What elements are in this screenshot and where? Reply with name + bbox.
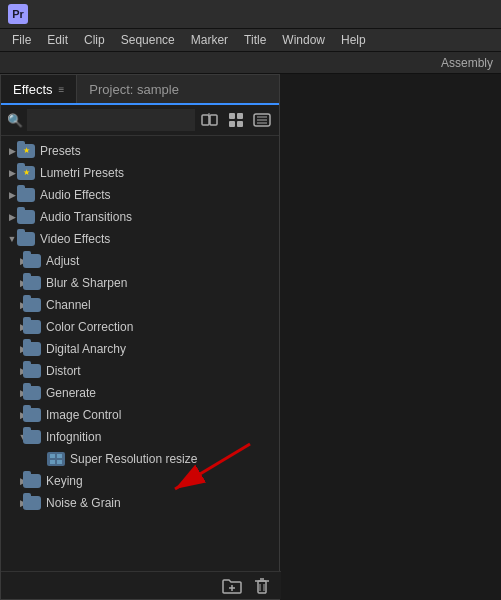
expand-arrow-presets[interactable]: ▶ xyxy=(1,146,17,156)
tree-item-audio-effects[interactable]: ▶Audio Effects xyxy=(1,184,279,206)
tree-item-keying[interactable]: ▶Keying xyxy=(1,470,279,492)
tree-list: ▶★Presets▶★Lumetri Presets▶Audio Effects… xyxy=(1,136,279,599)
effects-panel: Effects ≡ Project: sample 🔍 xyxy=(0,74,280,600)
grid-icon[interactable] xyxy=(225,109,247,131)
item-label-digital-anarchy: Digital Anarchy xyxy=(46,342,126,356)
menu-item-marker[interactable]: Marker xyxy=(183,31,236,49)
item-label-audio-transitions: Audio Transitions xyxy=(40,210,132,224)
tree-item-generate[interactable]: ▶Generate xyxy=(1,382,279,404)
item-label-presets: Presets xyxy=(40,144,81,158)
expand-arrow-blur-sharpen[interactable]: ▶ xyxy=(1,278,23,288)
settings-icon[interactable] xyxy=(251,109,273,131)
expand-arrow-adjust[interactable]: ▶ xyxy=(1,256,23,266)
item-label-adjust: Adjust xyxy=(46,254,79,268)
svg-rect-0 xyxy=(202,115,209,125)
menu-bar: FileEditClipSequenceMarkerTitleWindowHel… xyxy=(0,28,501,52)
tree-item-lumetri-presets[interactable]: ▶★Lumetri Presets xyxy=(1,162,279,184)
search-icon: 🔍 xyxy=(7,113,23,128)
folder-icon-generate xyxy=(23,386,41,400)
expand-arrow-keying[interactable]: ▶ xyxy=(1,476,23,486)
folder-icon-audio-effects xyxy=(17,188,35,202)
item-label-lumetri-presets: Lumetri Presets xyxy=(40,166,124,180)
item-label-distort: Distort xyxy=(46,364,81,378)
menu-item-edit[interactable]: Edit xyxy=(39,31,76,49)
svg-rect-5 xyxy=(229,121,235,127)
tree-item-presets[interactable]: ▶★Presets xyxy=(1,140,279,162)
menu-item-clip[interactable]: Clip xyxy=(76,31,113,49)
tree-item-video-effects[interactable]: ▼Video Effects xyxy=(1,228,279,250)
menu-item-window[interactable]: Window xyxy=(274,31,333,49)
tree-item-channel[interactable]: ▶Channel xyxy=(1,294,279,316)
tab-menu-icon[interactable]: ≡ xyxy=(59,84,65,95)
expand-arrow-digital-anarchy[interactable]: ▶ xyxy=(1,344,23,354)
expand-arrow-color-correction[interactable]: ▶ xyxy=(1,322,23,332)
expand-arrow-image-control[interactable]: ▶ xyxy=(1,410,23,420)
folder-icon-digital-anarchy xyxy=(23,342,41,356)
tree-item-blur-sharpen[interactable]: ▶Blur & Sharpen xyxy=(1,272,279,294)
svg-rect-6 xyxy=(237,121,243,127)
item-label-noise-grain: Noise & Grain xyxy=(46,496,121,510)
tree-item-color-correction[interactable]: ▶Color Correction xyxy=(1,316,279,338)
item-label-audio-effects: Audio Effects xyxy=(40,188,111,202)
search-bar: 🔍 xyxy=(1,105,279,136)
svg-rect-18 xyxy=(258,581,266,593)
expand-arrow-lumetri-presets[interactable]: ▶ xyxy=(1,168,17,178)
svg-rect-11 xyxy=(50,454,55,458)
folder-icon-blur-sharpen xyxy=(23,276,41,290)
svg-rect-12 xyxy=(57,454,62,458)
tab-effects[interactable]: Effects ≡ xyxy=(1,75,77,103)
menu-item-file[interactable]: File xyxy=(4,31,39,49)
title-bar: Pr xyxy=(0,0,501,28)
expand-arrow-generate[interactable]: ▶ xyxy=(1,388,23,398)
search-input[interactable] xyxy=(27,109,195,131)
tree-item-image-control[interactable]: ▶Image Control xyxy=(1,404,279,426)
svg-rect-1 xyxy=(210,115,217,125)
svg-rect-13 xyxy=(50,460,55,464)
new-bin-icon[interactable] xyxy=(199,109,221,131)
menu-item-title[interactable]: Title xyxy=(236,31,274,49)
expand-arrow-distort[interactable]: ▶ xyxy=(1,366,23,376)
item-label-channel: Channel xyxy=(46,298,91,312)
folder-icon-audio-transitions xyxy=(17,210,35,224)
item-label-color-correction: Color Correction xyxy=(46,320,133,334)
tree-item-adjust[interactable]: ▶Adjust xyxy=(1,250,279,272)
workspace-label: Assembly xyxy=(0,52,501,74)
item-label-blur-sharpen: Blur & Sharpen xyxy=(46,276,127,290)
expand-arrow-infognition[interactable]: ▼ xyxy=(1,432,23,442)
expand-arrow-channel[interactable]: ▶ xyxy=(1,300,23,310)
folder-icon-video-effects xyxy=(17,232,35,246)
item-label-image-control: Image Control xyxy=(46,408,121,422)
svg-rect-14 xyxy=(57,460,62,464)
expand-arrow-noise-grain[interactable]: ▶ xyxy=(1,498,23,508)
expand-arrow-audio-transitions[interactable]: ▶ xyxy=(1,212,17,222)
item-label-video-effects: Video Effects xyxy=(40,232,110,246)
tab-project-label: Project: sample xyxy=(89,82,179,97)
folder-icon-distort xyxy=(23,364,41,378)
menu-item-sequence[interactable]: Sequence xyxy=(113,31,183,49)
expand-arrow-audio-effects[interactable]: ▶ xyxy=(1,190,17,200)
menu-item-help[interactable]: Help xyxy=(333,31,374,49)
new-folder-icon[interactable] xyxy=(221,575,243,597)
item-label-generate: Generate xyxy=(46,386,96,400)
expand-arrow-video-effects[interactable]: ▼ xyxy=(1,234,17,244)
folder-star-icon-presets: ★ xyxy=(17,144,35,158)
folder-star-icon-lumetri-presets: ★ xyxy=(17,166,35,180)
item-label-super-resolution: Super Resolution resize xyxy=(70,452,197,466)
tree-item-audio-transitions[interactable]: ▶Audio Transitions xyxy=(1,206,279,228)
app-icon: Pr xyxy=(8,4,28,24)
tree-item-digital-anarchy[interactable]: ▶Digital Anarchy xyxy=(1,338,279,360)
effect-icon-super-resolution xyxy=(47,452,65,466)
delete-icon[interactable] xyxy=(251,575,273,597)
tab-bar: Effects ≡ Project: sample xyxy=(1,75,279,105)
tree-item-noise-grain[interactable]: ▶Noise & Grain xyxy=(1,492,279,514)
tab-project[interactable]: Project: sample xyxy=(77,75,191,103)
tree-item-super-resolution[interactable]: Super Resolution resize xyxy=(1,448,279,470)
tree-item-distort[interactable]: ▶Distort xyxy=(1,360,279,382)
svg-rect-4 xyxy=(237,113,243,119)
folder-icon-noise-grain xyxy=(23,496,41,510)
tree-item-infognition[interactable]: ▼Infognition xyxy=(1,426,279,448)
folder-icon-infognition xyxy=(23,430,41,444)
folder-icon-channel xyxy=(23,298,41,312)
folder-icon-adjust xyxy=(23,254,41,268)
folder-icon-image-control xyxy=(23,408,41,422)
